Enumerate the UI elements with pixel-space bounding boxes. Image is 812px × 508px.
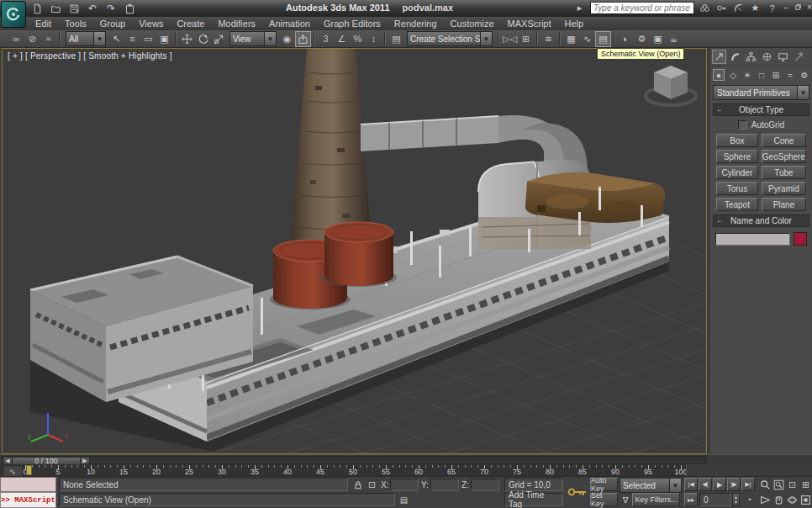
align-icon[interactable]: ⊞ [518, 31, 534, 47]
menu-maxscript[interactable]: MAXScript [501, 19, 558, 29]
object-button-cylinder[interactable]: Cylinder [716, 166, 758, 179]
object-button-cone[interactable]: Cone [762, 134, 806, 147]
maximize-viewport-toggle-icon[interactable] [799, 494, 812, 506]
menu-group[interactable]: Group [93, 19, 133, 29]
spinner-snap-icon[interactable]: ↕ [366, 31, 382, 47]
menu-rendering[interactable]: Rendering [388, 19, 444, 29]
orbit-icon[interactable] [786, 494, 799, 506]
search-flyout-arrow-icon[interactable]: ▸ [573, 2, 586, 14]
previous-frame-button[interactable]: ◀| [699, 478, 712, 491]
unlink-selection-icon[interactable]: ⊘ [24, 31, 40, 47]
time-slider-track[interactable]: ◀ 0 / 100 ▶ [2, 456, 707, 464]
snap-toggle-icon[interactable]: ∠ [334, 31, 350, 47]
set-key-button[interactable]: Set Key [590, 493, 618, 506]
object-button-sphere[interactable]: Sphere [716, 150, 758, 163]
subscription-key-icon[interactable] [715, 2, 728, 14]
zoom-extents-icon[interactable]: ⊡ [786, 479, 799, 491]
category-space-warps-icon[interactable]: ≈ [784, 69, 796, 81]
communicator-icon[interactable]: ▤ [398, 495, 409, 505]
redo-icon[interactable]: ↷ [104, 2, 118, 15]
select-object-icon[interactable]: ↖ [108, 31, 124, 47]
viewcube[interactable] [641, 61, 701, 109]
chevron-down-icon[interactable]: ▼ [669, 479, 681, 492]
pan-hand-icon[interactable] [772, 494, 785, 506]
mini-curve-editor-button[interactable]: ∿ [3, 465, 23, 477]
undo-icon[interactable]: ↶ [86, 2, 99, 15]
mirror-icon[interactable]: ▷◁ [502, 31, 518, 47]
selection-lock-icon[interactable] [351, 479, 364, 491]
curve-editor-icon[interactable]: ∿ [579, 31, 595, 47]
object-color-swatch[interactable] [794, 232, 807, 246]
object-button-plane[interactable]: Plane [762, 198, 806, 211]
object-type-rollout-header[interactable]: − Object Type [713, 103, 809, 116]
object-button-tube[interactable]: Tube [762, 166, 806, 179]
tab-motion[interactable] [760, 50, 774, 64]
select-and-scale-icon[interactable] [211, 31, 227, 47]
perspective-viewport[interactable]: [ + ] [ Perspective ] [ Smooth + Highlig… [2, 48, 707, 454]
frame-spinner[interactable]: ▲▼ [732, 493, 740, 506]
window-crossing-icon[interactable]: ▣ [156, 31, 172, 47]
close-button[interactable]: × [805, 3, 812, 12]
key-filters-button[interactable]: Key Filters... [632, 493, 680, 506]
maxscript-listener-button[interactable]: >> MAXScript [0, 492, 56, 508]
current-frame-field[interactable]: 0 [699, 493, 731, 506]
name-color-rollout-header[interactable]: − Name and Color [713, 214, 809, 227]
menu-graph-editors[interactable]: Graph Editors [317, 19, 388, 29]
category-helpers-icon[interactable]: ⊞ [770, 69, 782, 81]
schematic-view-icon[interactable]: ▤ [595, 31, 611, 47]
go-to-start-button[interactable]: |◀ [684, 478, 698, 491]
autogrid-checkbox[interactable] [738, 120, 747, 130]
percent-snap-icon[interactable]: % [350, 31, 366, 47]
favorites-star-icon[interactable]: ★ [749, 2, 762, 14]
maxscript-mini-listener[interactable] [0, 477, 56, 492]
zoom-icon[interactable] [759, 479, 772, 491]
select-and-move-icon[interactable] [179, 31, 195, 47]
category-lights-icon[interactable]: ☀ [741, 69, 753, 81]
menu-tools[interactable]: Tools [58, 19, 93, 29]
search-input[interactable] [590, 2, 694, 14]
tab-utilities[interactable] [792, 50, 806, 64]
auto-key-button[interactable]: Auto Key [590, 478, 618, 491]
binoculars-icon[interactable] [699, 2, 711, 14]
track-bar[interactable]: 0510152025303540455055606570758085909510… [0, 464, 812, 476]
restore-button[interactable] [794, 3, 802, 12]
help-icon[interactable]: ? [766, 2, 778, 14]
menu-edit[interactable]: Edit [29, 19, 58, 29]
key-filter-funnel-icon[interactable]: ∇ [620, 495, 630, 505]
object-button-torus[interactable]: Torus [716, 182, 758, 195]
zoom-all-icon[interactable] [772, 479, 785, 491]
object-button-teapot[interactable]: Teapot [716, 198, 758, 211]
object-category-dropdown[interactable]: Standard Primitives ▼ [713, 85, 809, 100]
menu-modifiers[interactable]: Modifiers [211, 19, 262, 29]
object-name-field[interactable] [715, 233, 790, 246]
absolute-offset-mode-icon[interactable]: ⊡ [366, 479, 378, 491]
minimize-button[interactable]: – [782, 3, 790, 12]
select-by-name-icon[interactable]: ≡ [124, 31, 140, 47]
layer-manager-icon[interactable]: ≋ [540, 31, 556, 47]
selection-set-dropdown[interactable]: Selected ▼ [620, 478, 682, 493]
render-production-icon[interactable]: ☕ [666, 31, 682, 47]
bind-to-space-warp-icon[interactable]: ≈ [40, 31, 56, 47]
chevron-down-icon[interactable]: ▼ [264, 32, 276, 45]
render-setup-icon[interactable]: ⚙ [634, 31, 650, 47]
add-time-tag[interactable]: Add Time Tag [504, 493, 563, 506]
rectangular-selection-region-icon[interactable]: ▭ [140, 31, 156, 47]
menu-views[interactable]: Views [132, 19, 170, 29]
project-folder-icon[interactable] [123, 2, 136, 15]
material-editor-icon[interactable]: ◐ [618, 31, 634, 47]
select-and-link-icon[interactable]: ∞ [8, 31, 24, 47]
field-of-view-icon[interactable] [759, 494, 772, 506]
edit-named-selection-sets-icon[interactable]: ▤ [388, 31, 404, 47]
object-button-pyramid[interactable]: Pyramid [762, 182, 806, 195]
set-keys-key-icon[interactable] [567, 482, 588, 502]
y-coordinate-field[interactable] [430, 479, 459, 491]
select-and-manipulate-icon[interactable] [295, 31, 311, 47]
viewport-label[interactable]: [ + ] [ Perspective ] [ Smooth + Highlig… [8, 51, 172, 61]
object-button-geosphere[interactable]: GeoSphere [762, 150, 806, 163]
menu-create[interactable]: Create [170, 19, 211, 29]
category-cameras-icon[interactable]: □ [756, 69, 767, 81]
time-configuration-icon[interactable]: ◔ [743, 494, 755, 505]
menu-customize[interactable]: Customize [444, 19, 501, 29]
next-frame-button[interactable]: |▶ [727, 478, 741, 491]
reference-coordinate-system-dropdown[interactable]: View▼ [229, 31, 277, 46]
